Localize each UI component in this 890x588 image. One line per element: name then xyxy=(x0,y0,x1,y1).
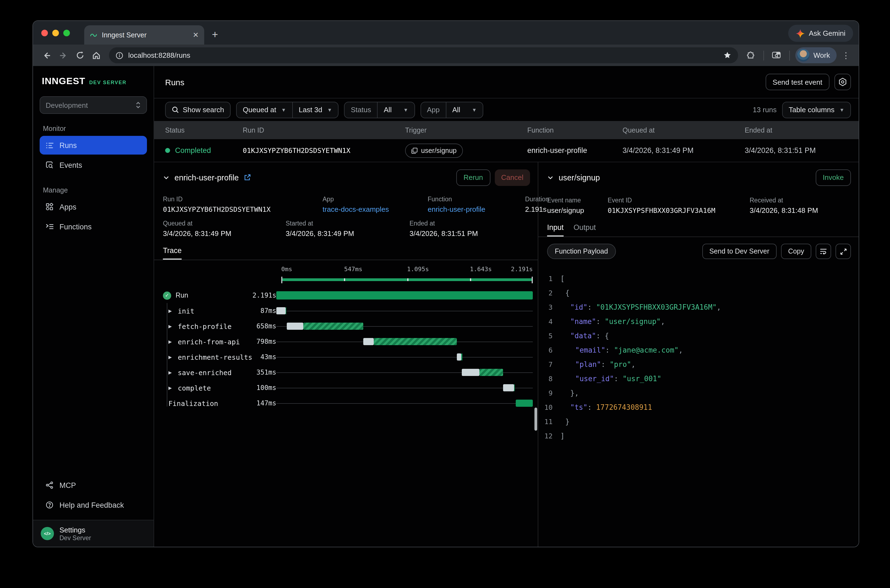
tab-output[interactable]: Output xyxy=(574,224,596,237)
expand-step-icon[interactable]: ▶ xyxy=(168,308,174,313)
line-number: 12 xyxy=(538,432,560,440)
expand-step-icon[interactable]: ▶ xyxy=(168,324,174,328)
step-name: fetch-profile xyxy=(178,322,232,330)
trace-row-save-enriched[interactable]: ▶save-enriched351ms xyxy=(154,364,538,380)
cancel-button[interactable]: Cancel xyxy=(495,169,530,186)
trace-bar-segment[interactable] xyxy=(364,338,374,345)
sidebar: INNGEST DEV SERVER Development Monitor xyxy=(33,66,154,547)
trace-scrollbar[interactable] xyxy=(534,408,537,430)
settings-subtitle: Dev Server xyxy=(59,535,91,541)
table-columns-button[interactable]: Table columns▼ xyxy=(782,102,851,118)
browser-profile-button[interactable]: Work xyxy=(795,47,837,63)
expand-step-icon[interactable]: ▶ xyxy=(168,354,174,360)
trace-row-init[interactable]: ▶init87ms xyxy=(154,303,538,318)
rerun-button[interactable]: Rerun xyxy=(456,169,490,186)
trace-row-run[interactable]: ✓Run2.191s xyxy=(154,288,538,303)
tab-trace[interactable]: Trace xyxy=(163,246,182,260)
expand-step-icon[interactable]: ▶ xyxy=(168,339,174,344)
send-to-dev-server-button[interactable]: Send to Dev Server xyxy=(702,244,776,259)
trace-minimap[interactable] xyxy=(281,277,533,283)
sidebar-item-mcp[interactable]: MCP xyxy=(40,476,147,495)
bookmark-star-icon[interactable] xyxy=(723,51,732,59)
sidebar-item-events[interactable]: Events xyxy=(40,156,147,174)
app-link[interactable]: trace-docs-examples xyxy=(323,205,428,213)
trace-row-complete[interactable]: ▶complete100ms xyxy=(154,380,538,396)
function-link[interactable]: enrich-user-profile xyxy=(428,205,525,213)
trace-bar-segment[interactable] xyxy=(303,322,364,330)
sidebar-item-help[interactable]: Help and Feedback xyxy=(40,496,147,514)
app-filter[interactable]: App All▼ xyxy=(420,102,483,118)
browser-menu-icon[interactable]: ⋮ xyxy=(839,48,853,62)
site-info-icon[interactable] xyxy=(116,51,123,59)
axis-tick: 1.095s xyxy=(407,266,429,273)
new-tab-button[interactable]: + xyxy=(212,28,218,41)
back-button[interactable] xyxy=(40,48,54,62)
tab-search-icon[interactable] xyxy=(770,48,784,62)
trace-row-enrichment-results[interactable]: ▶enrichment-results43ms xyxy=(154,349,538,364)
time-range-filter[interactable]: Last 3d▼ xyxy=(292,102,338,117)
trace-bar-segment[interactable] xyxy=(287,322,303,330)
maximize-window-button[interactable] xyxy=(63,29,70,36)
forward-button[interactable] xyxy=(56,48,71,62)
run-id-cell[interactable]: 01KJXSYPZYB6TH2DSDSYETWN1X xyxy=(243,146,405,154)
trace-bar-segment[interactable] xyxy=(276,307,286,314)
avatar xyxy=(797,49,810,62)
environment-select[interactable]: Development xyxy=(40,96,147,114)
trace-bar-segment[interactable] xyxy=(480,369,503,376)
filter-bar: Show search Queued at▼ Last 3d▼ Status A… xyxy=(154,98,858,121)
expand-button[interactable] xyxy=(836,244,851,259)
browser-tab[interactable]: Inngest Server ✕ xyxy=(84,25,204,45)
trace-bar-segment[interactable] xyxy=(276,291,533,300)
home-button[interactable] xyxy=(89,48,104,62)
event-detail-title: user/signup xyxy=(559,173,600,182)
copy-button[interactable]: Copy xyxy=(781,244,811,259)
url-text[interactable]: localhost:8288/runs xyxy=(128,51,718,59)
trace-bar-segment[interactable] xyxy=(457,353,462,360)
trace-bar-segment[interactable] xyxy=(516,400,533,407)
minimize-window-button[interactable] xyxy=(52,29,59,36)
show-search-button[interactable]: Show search xyxy=(165,102,231,118)
step-name: Run xyxy=(176,291,188,299)
table-header: Status Run ID Trigger Function Queued at… xyxy=(154,121,858,139)
browser-tabstrip: Inngest Server ✕ + Ask Gemini xyxy=(33,21,858,45)
invoke-button[interactable]: Invoke xyxy=(815,169,851,186)
trace-bar-segment[interactable] xyxy=(462,369,480,376)
trace-row-finalization[interactable]: Finalization147ms xyxy=(154,396,538,411)
step-name: enrich-from-api xyxy=(178,338,240,346)
function-cell[interactable]: enrich-user-profile xyxy=(527,146,622,154)
settings-gear-button[interactable] xyxy=(834,74,851,90)
collapse-event-chevron-icon[interactable] xyxy=(547,174,554,181)
ask-gemini-button[interactable]: Ask Gemini xyxy=(788,25,853,42)
trace-connector-line xyxy=(167,303,167,406)
table-row[interactable]: Completed 01KJXSYPZYB6TH2DSDSYETWN1X use… xyxy=(154,139,858,162)
trace-row-enrich-from-api[interactable]: ▶enrich-from-api798ms xyxy=(154,334,538,349)
payload-code-editor[interactable]: 1[2{3"id": "01KJXSYPSFHBXX03GRJFV3A16M",… xyxy=(538,265,858,443)
address-bar[interactable]: localhost:8288/runs xyxy=(109,47,738,63)
word-wrap-button[interactable] xyxy=(816,244,831,259)
reload-button[interactable] xyxy=(73,48,87,62)
tab-close-icon[interactable]: ✕ xyxy=(192,31,199,39)
code-line: 6"email": "jane@acme.com", xyxy=(538,343,858,357)
trace-bar-segment[interactable] xyxy=(503,384,514,392)
close-window-button[interactable] xyxy=(41,29,48,36)
status-filter[interactable]: Status All▼ xyxy=(344,102,415,118)
line-number: 2 xyxy=(538,288,560,297)
expand-step-icon[interactable]: ▶ xyxy=(168,370,174,375)
sidebar-item-functions[interactable]: Functions xyxy=(40,217,147,236)
collapse-run-chevron-icon[interactable] xyxy=(163,174,170,181)
tab-input[interactable]: Input xyxy=(547,224,564,237)
sidebar-item-settings[interactable]: </> Settings Dev Server xyxy=(33,520,153,547)
time-field-filter[interactable]: Queued at▼ Last 3d▼ xyxy=(236,102,338,118)
trigger-pill[interactable]: user/signup xyxy=(405,143,463,158)
sidebar-item-apps[interactable]: Apps xyxy=(40,198,147,216)
functions-icon xyxy=(45,222,54,231)
extensions-icon[interactable] xyxy=(744,48,758,62)
sidebar-item-label: Runs xyxy=(59,141,77,149)
sidebar-item-runs[interactable]: Runs xyxy=(40,136,147,154)
external-link-icon[interactable] xyxy=(244,174,251,181)
trace-row-fetch-profile[interactable]: ▶fetch-profile658ms xyxy=(154,318,538,334)
trace-bar-segment[interactable] xyxy=(373,338,457,345)
send-test-event-button[interactable]: Send test event xyxy=(765,74,830,90)
expand-step-icon[interactable]: ▶ xyxy=(168,385,174,390)
function-payload-pill[interactable]: Function Payload xyxy=(547,244,616,259)
